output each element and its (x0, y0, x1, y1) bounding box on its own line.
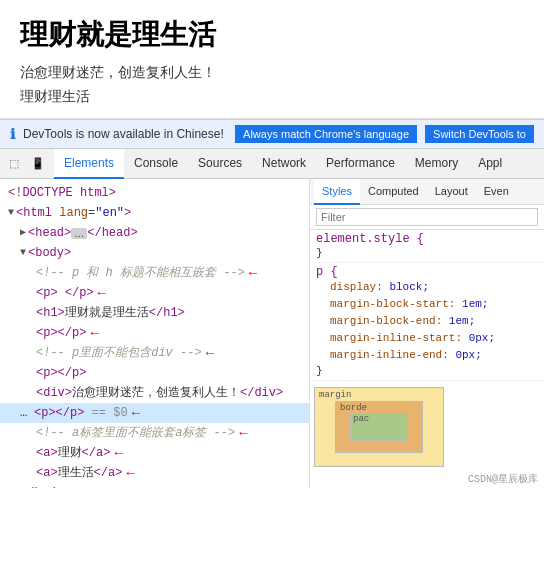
tab-icons: ⬚ 📱 (4, 154, 48, 174)
arrow5: ← (132, 404, 140, 422)
device-toolbar-icon[interactable]: 📱 (28, 154, 48, 174)
match-language-button[interactable]: Always match Chrome's language (235, 125, 417, 143)
html-comment2: <!-- p里面不能包含div --> ← (0, 343, 309, 363)
head-ellipsis[interactable]: … (71, 228, 87, 239)
tab-application[interactable]: Appl (468, 149, 512, 179)
watermark: CSDN@星辰极库 (466, 472, 540, 486)
tab-layout[interactable]: Layout (427, 179, 476, 205)
box-border: borde pac (335, 401, 423, 453)
html-comment1: <!-- p 和 h 标题不能相互嵌套 --> ← (0, 263, 309, 283)
devtools-panel: ⬚ 📱 Elements Console Sources Network Per… (0, 148, 544, 488)
css-rule-p: p { display: block; margin-block-start: … (310, 263, 544, 381)
html-tree: <!DOCTYPE html> ▼ <html lang="en" > ▶ <h… (0, 179, 310, 488)
page-subtitle: 治愈理财迷茫，创造复利人生！ (20, 64, 524, 82)
arrow4: ← (206, 344, 214, 362)
css-prop-display: display: block; (316, 279, 538, 296)
styles-panel: Styles Computed Layout Even element.styl… (310, 179, 544, 488)
devtools-main: <!DOCTYPE html> ▼ <html lang="en" > ▶ <h… (0, 179, 544, 488)
box-margin: margin borde pac (314, 387, 444, 467)
arrow6: ← (239, 424, 247, 442)
styles-filter-input[interactable] (316, 208, 538, 226)
html-h1[interactable]: <h1>理财就是理生活</h1> (0, 303, 309, 323)
notification-text: DevTools is now available in Chinese! (23, 127, 227, 141)
styles-filter-container (310, 205, 544, 230)
css-selector-element-style: element.style { (316, 232, 424, 246)
inspect-element-icon[interactable]: ⬚ (4, 154, 24, 174)
arrow8: ← (126, 464, 134, 482)
html-doctype: <!DOCTYPE html> (0, 183, 309, 203)
tab-event[interactable]: Even (476, 179, 517, 205)
css-prop-margin-inline-start: margin-inline-start: 0px; (316, 330, 538, 347)
css-rule-element-style-close: } (316, 247, 323, 259)
html-a1[interactable]: <a>理财</a> ← (0, 443, 309, 463)
arrow7: ← (114, 444, 122, 462)
tab-sources[interactable]: Sources (188, 149, 252, 179)
html-a2[interactable]: <a>理生活</a> ← (0, 463, 309, 483)
arrow2: ← (98, 284, 106, 302)
expand-head-arrow[interactable]: ▶ (20, 224, 26, 242)
css-rule-element-style: element.style { } (310, 230, 544, 263)
html-comment3: <!-- a标签里面不能嵌套a标签 --> ← (0, 423, 309, 443)
css-rule-p-close: } (316, 365, 323, 377)
html-p1[interactable]: <p> </p> ← (0, 283, 309, 303)
tab-console[interactable]: Console (124, 149, 188, 179)
tab-network[interactable]: Network (252, 149, 316, 179)
expand-body-arrow[interactable]: ▼ (20, 244, 26, 262)
arrow1: ← (249, 264, 257, 282)
html-html-tag[interactable]: ▼ <html lang="en" > (0, 203, 309, 223)
styles-tab-bar: Styles Computed Layout Even (310, 179, 544, 205)
box-padding-label: pac (353, 414, 369, 424)
tab-styles[interactable]: Styles (314, 179, 360, 205)
html-body-tag[interactable]: ▼ <body> (0, 243, 309, 263)
css-prop-margin-inline-end: margin-inline-end: 0px; (316, 347, 538, 364)
page-title: 理财就是理生活 (20, 16, 524, 54)
page-content: 理财就是理生活 治愈理财迷茫，创造复利人生！ 理财理生活 (0, 0, 544, 119)
css-selector-p: p { (316, 265, 338, 279)
page-subtext: 理财理生活 (20, 88, 524, 106)
html-p4-selected[interactable]: … <p></p> == $0 ← (0, 403, 309, 423)
html-p3[interactable]: <p></p> (0, 363, 309, 383)
css-prop-margin-block-start: margin-block-start: 1em; (316, 296, 538, 313)
switch-devtools-button[interactable]: Switch DevTools to (425, 125, 534, 143)
html-div[interactable]: <div>治愈理财迷茫，创造复利人生！</div> (0, 383, 309, 403)
box-margin-label: margin (319, 390, 351, 400)
devtools-notification: ℹ DevTools is now available in Chinese! … (0, 119, 544, 148)
arrow3: ← (90, 324, 98, 342)
tab-performance[interactable]: Performance (316, 149, 405, 179)
tab-elements[interactable]: Elements (54, 149, 124, 179)
html-head-collapsed[interactable]: ▶ <head> … </head> (0, 223, 309, 243)
tab-computed[interactable]: Computed (360, 179, 427, 205)
html-body-close: </body> (0, 483, 309, 488)
devtools-tab-bar: ⬚ 📱 Elements Console Sources Network Per… (0, 149, 544, 179)
html-p2[interactable]: <p></p> ← (0, 323, 309, 343)
tab-memory[interactable]: Memory (405, 149, 468, 179)
info-icon: ℹ (10, 126, 15, 142)
box-border-label: borde (340, 403, 367, 413)
box-model-container: margin borde pac (314, 387, 444, 467)
box-padding: pac (350, 413, 408, 441)
css-prop-margin-block-end: margin-block-end: 1em; (316, 313, 538, 330)
expand-html-arrow[interactable]: ▼ (8, 204, 14, 222)
ellipsis-dots: … (20, 404, 34, 422)
